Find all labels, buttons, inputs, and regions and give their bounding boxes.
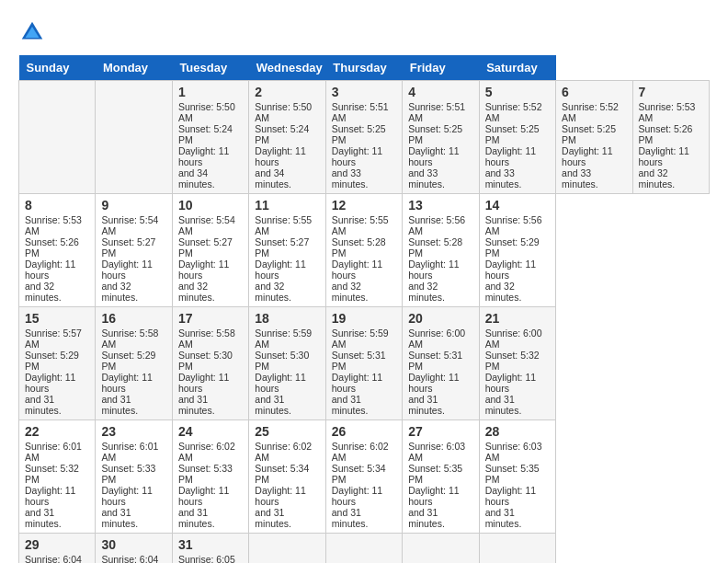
calendar-week-5: 29Sunrise: 6:04 AMSunset: 5:36 PMDayligh… [19,534,710,564]
calendar-day-16: 16Sunrise: 5:58 AMSunset: 5:29 PMDayligh… [96,307,172,420]
calendar-day-15: 15Sunrise: 5:57 AMSunset: 5:29 PMDayligh… [19,307,96,420]
calendar-day-24: 24Sunrise: 6:02 AMSunset: 5:33 PMDayligh… [172,420,248,534]
calendar-day-empty [19,81,96,194]
calendar-day-28: 28Sunrise: 6:03 AMSunset: 5:35 PMDayligh… [479,420,555,534]
day-number: 6 [562,85,626,99]
calendar-week-1: 1Sunrise: 5:50 AMSunset: 5:24 PMDaylight… [19,81,710,194]
day-number: 13 [408,198,472,213]
calendar-day-empty [96,81,172,194]
calendar-day-17: 17Sunrise: 5:58 AMSunset: 5:30 PMDayligh… [172,307,248,420]
calendar-day-4: 4Sunrise: 5:51 AMSunset: 5:25 PMDaylight… [403,81,479,194]
day-number: 9 [101,198,165,213]
day-number: 14 [485,198,550,213]
calendar-day-9: 9Sunrise: 5:54 AMSunset: 5:27 PMDaylight… [96,194,172,307]
calendar-day-20: 20Sunrise: 6:00 AMSunset: 5:31 PMDayligh… [403,307,479,420]
day-number: 26 [332,424,396,439]
header-day-monday: Monday [96,55,172,81]
calendar-day-empty [249,534,325,564]
day-number: 19 [332,311,396,326]
header-day-saturday: Saturday [479,55,555,81]
day-number: 17 [178,311,243,326]
day-number: 21 [485,311,550,326]
calendar-day-23: 23Sunrise: 6:01 AMSunset: 5:33 PMDayligh… [96,420,172,534]
day-number: 5 [485,85,550,99]
header-day-sunday: Sunday [19,55,96,81]
header-day-friday: Friday [403,55,479,81]
day-number: 20 [408,311,472,326]
calendar-week-2: 8Sunrise: 5:53 AMSunset: 5:26 PMDaylight… [19,194,710,307]
calendar-day-3: 3Sunrise: 5:51 AMSunset: 5:25 PMDaylight… [325,81,402,194]
logo-icon [18,18,46,46]
day-number: 10 [178,198,243,213]
calendar-day-1: 1Sunrise: 5:50 AMSunset: 5:24 PMDaylight… [172,81,248,194]
calendar-day-13: 13Sunrise: 5:56 AMSunset: 5:28 PMDayligh… [403,194,479,307]
day-number: 11 [255,198,319,213]
day-number: 2 [255,85,319,99]
header-day-wednesday: Wednesday [249,55,325,81]
calendar-day-2: 2Sunrise: 5:50 AMSunset: 5:24 PMDaylight… [249,81,325,194]
calendar-day-7: 7Sunrise: 5:53 AMSunset: 5:26 PMDaylight… [632,81,710,194]
day-number: 22 [25,424,89,439]
day-number: 7 [639,85,704,99]
calendar-week-3: 15Sunrise: 5:57 AMSunset: 5:29 PMDayligh… [19,307,710,420]
calendar-day-31: 31Sunrise: 6:05 AMSunset: 5:37 PMDayligh… [172,534,248,564]
calendar-day-25: 25Sunrise: 6:02 AMSunset: 5:34 PMDayligh… [249,420,325,534]
day-number: 12 [332,198,396,213]
calendar-day-18: 18Sunrise: 5:59 AMSunset: 5:30 PMDayligh… [249,307,325,420]
day-number: 1 [178,85,243,99]
calendar-day-22: 22Sunrise: 6:01 AMSunset: 5:32 PMDayligh… [19,420,96,534]
calendar-day-12: 12Sunrise: 5:55 AMSunset: 5:28 PMDayligh… [325,194,402,307]
page-header [18,18,710,46]
calendar-day-empty [403,534,479,564]
calendar-table: SundayMondayTuesdayWednesdayThursdayFrid… [18,55,710,563]
calendar-day-14: 14Sunrise: 5:56 AMSunset: 5:29 PMDayligh… [479,194,555,307]
day-number: 27 [408,424,472,439]
calendar-day-8: 8Sunrise: 5:53 AMSunset: 5:26 PMDaylight… [19,194,96,307]
day-number: 23 [101,424,165,439]
day-number: 29 [25,537,89,552]
day-number: 24 [178,424,243,439]
calendar-week-4: 22Sunrise: 6:01 AMSunset: 5:32 PMDayligh… [19,420,710,534]
day-number: 30 [101,537,165,552]
calendar-day-29: 29Sunrise: 6:04 AMSunset: 5:36 PMDayligh… [19,534,96,564]
calendar-day-empty [325,534,402,564]
header-day-thursday: Thursday [325,55,402,81]
logo [18,18,50,46]
calendar-day-21: 21Sunrise: 6:00 AMSunset: 5:32 PMDayligh… [479,307,555,420]
calendar-day-11: 11Sunrise: 5:55 AMSunset: 5:27 PMDayligh… [249,194,325,307]
day-number: 16 [101,311,165,326]
calendar-day-26: 26Sunrise: 6:02 AMSunset: 5:34 PMDayligh… [325,420,402,534]
day-number: 15 [25,311,89,326]
day-number: 31 [178,537,243,552]
header-day-tuesday: Tuesday [172,55,248,81]
day-number: 4 [408,85,472,99]
day-number: 8 [25,198,89,213]
calendar-day-empty [479,534,555,564]
calendar-day-19: 19Sunrise: 5:59 AMSunset: 5:31 PMDayligh… [325,307,402,420]
day-number: 28 [485,424,550,439]
day-number: 25 [255,424,319,439]
calendar-day-6: 6Sunrise: 5:52 AMSunset: 5:25 PMDaylight… [556,81,632,194]
day-number: 3 [332,85,396,99]
calendar-day-10: 10Sunrise: 5:54 AMSunset: 5:27 PMDayligh… [172,194,248,307]
calendar-day-5: 5Sunrise: 5:52 AMSunset: 5:25 PMDaylight… [479,81,555,194]
calendar-day-27: 27Sunrise: 6:03 AMSunset: 5:35 PMDayligh… [403,420,479,534]
day-number: 18 [255,311,319,326]
calendar-day-30: 30Sunrise: 6:04 AMSunset: 5:36 PMDayligh… [96,534,172,564]
header-row: SundayMondayTuesdayWednesdayThursdayFrid… [19,55,710,81]
